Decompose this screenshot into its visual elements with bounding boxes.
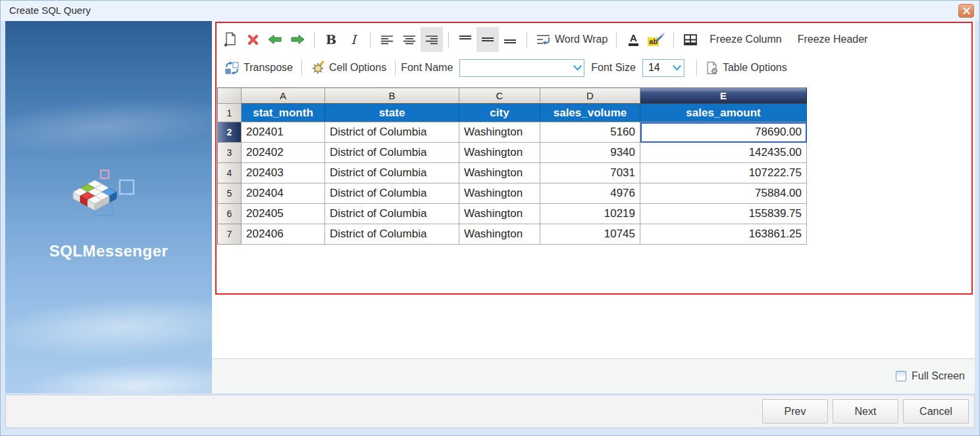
cell-C3[interactable]: Washington <box>459 143 540 163</box>
separator <box>696 60 697 76</box>
transpose-button[interactable]: Transpose <box>219 55 296 80</box>
valign-bottom-icon <box>503 35 517 44</box>
cell-A2[interactable]: 202401 <box>242 122 325 143</box>
word-wrap-label: Word Wrap <box>555 34 607 45</box>
column-header-B[interactable]: B <box>325 87 459 104</box>
cell-C4[interactable]: Washington <box>459 163 540 183</box>
row-header-1[interactable]: 1 <box>217 104 242 122</box>
valign-middle-button[interactable] <box>477 27 499 52</box>
cell-B2[interactable]: District of Columbia <box>325 122 459 143</box>
separator <box>673 32 674 47</box>
move-right-button[interactable] <box>286 27 309 52</box>
delete-button[interactable] <box>242 27 264 52</box>
full-screen-checkbox[interactable] <box>896 371 906 381</box>
cell-B7[interactable]: District of Columbia <box>325 224 459 245</box>
add-sheet-button[interactable] <box>219 27 242 52</box>
delete-icon <box>247 34 259 45</box>
valign-bottom-button[interactable] <box>499 27 521 52</box>
field-header-sales_volume[interactable]: sales_volume <box>540 104 640 122</box>
cell-D2[interactable]: 5160 <box>540 122 640 143</box>
chevron-down-icon <box>571 65 584 71</box>
row-header-2[interactable]: 2 <box>217 122 242 143</box>
toolbar-row-1: B I <box>219 24 969 55</box>
cell-E5[interactable]: 75884.00 <box>640 183 807 204</box>
row-header-3[interactable]: 3 <box>217 143 242 163</box>
branding-panel: SQLMessenger <box>5 21 212 393</box>
freeze-column-button[interactable]: Freeze Column <box>702 27 789 52</box>
cell-D3[interactable]: 9340 <box>540 143 640 163</box>
cell-A5[interactable]: 202404 <box>242 183 325 204</box>
font-name-select[interactable] <box>459 59 584 77</box>
align-left-button[interactable] <box>376 27 398 52</box>
row-header-4[interactable]: 4 <box>217 163 242 183</box>
dialog-button-bar: Prev Next Cancel <box>5 395 975 428</box>
column-header-A[interactable]: A <box>242 87 325 104</box>
close-button[interactable] <box>958 4 974 18</box>
word-wrap-button[interactable]: Word Wrap <box>532 27 611 52</box>
cell-E6[interactable]: 155839.75 <box>640 204 807 224</box>
cell-B4[interactable]: District of Columbia <box>325 163 459 183</box>
table-options-icon <box>706 61 719 75</box>
cell-D6[interactable]: 10219 <box>540 204 640 224</box>
prev-button[interactable]: Prev <box>762 399 828 424</box>
font-size-label: Font Size <box>591 62 636 74</box>
highlight-color-button[interactable]: ab <box>644 27 668 52</box>
cell-C6[interactable]: Washington <box>459 204 540 224</box>
full-screen-label: Full Screen <box>912 370 965 382</box>
column-header-E[interactable]: E <box>640 87 807 104</box>
field-header-stat_month[interactable]: stat_month <box>242 104 325 122</box>
next-button[interactable]: Next <box>833 399 898 424</box>
select-all-corner[interactable] <box>217 87 242 104</box>
separator <box>395 60 396 76</box>
align-right-button[interactable] <box>421 27 443 52</box>
cell-A3[interactable]: 202402 <box>242 143 325 163</box>
align-center-button[interactable] <box>398 27 421 52</box>
cell-E2[interactable]: 78690.00 <box>640 122 807 143</box>
bold-icon: B <box>326 32 336 47</box>
window-title: Create SQL Query <box>9 0 91 21</box>
highlight-color-icon: ab <box>648 33 665 46</box>
separator <box>527 32 527 47</box>
cancel-button[interactable]: Cancel <box>903 399 969 424</box>
cell-C2[interactable]: Washington <box>459 122 540 143</box>
cell-A7[interactable]: 202406 <box>242 224 325 245</box>
cell-B3[interactable]: District of Columbia <box>325 143 459 163</box>
arrow-right-icon <box>290 34 305 45</box>
bold-button[interactable]: B <box>320 27 342 52</box>
column-header-C[interactable]: C <box>459 87 540 104</box>
freeze-header-button[interactable]: Freeze Header <box>790 27 876 52</box>
table-options-button[interactable]: Table Options <box>702 55 790 80</box>
cell-C5[interactable]: Washington <box>459 183 540 204</box>
row-header-7[interactable]: 7 <box>217 224 242 245</box>
font-size-value: 14 <box>648 62 660 74</box>
valign-top-button[interactable] <box>454 27 477 52</box>
cell-E3[interactable]: 142435.00 <box>640 143 807 163</box>
cell-D7[interactable]: 10745 <box>540 224 640 245</box>
freeze-column-label: Freeze Column <box>709 34 781 45</box>
cell-E4[interactable]: 107222.75 <box>640 163 807 183</box>
column-header-D[interactable]: D <box>540 87 640 104</box>
row-header-5[interactable]: 5 <box>217 183 242 204</box>
italic-button[interactable]: I <box>342 27 365 52</box>
move-left-button[interactable] <box>264 27 286 52</box>
cell-B6[interactable]: District of Columbia <box>325 204 459 224</box>
field-header-sales_amount[interactable]: sales_amount <box>640 104 807 122</box>
cell-D4[interactable]: 7031 <box>540 163 640 183</box>
freeze-panes-button[interactable] <box>679 27 702 52</box>
cell-A4[interactable]: 202403 <box>242 163 325 183</box>
full-screen-toggle[interactable]: Full Screen <box>896 359 965 393</box>
cell-A6[interactable]: 202405 <box>242 204 325 224</box>
font-color-button[interactable]: A <box>622 27 644 52</box>
cell-C7[interactable]: Washington <box>459 224 540 245</box>
font-size-select[interactable]: 14 <box>642 59 684 77</box>
cell-B5[interactable]: District of Columbia <box>325 183 459 204</box>
cell-options-button[interactable]: Cell Options <box>307 55 390 80</box>
field-header-state[interactable]: state <box>325 104 459 122</box>
row-header-6[interactable]: 6 <box>217 204 242 224</box>
font-color-icon: A <box>629 34 638 46</box>
align-center-icon <box>403 35 416 45</box>
cell-E7[interactable]: 163861.25 <box>640 224 807 245</box>
cell-D5[interactable]: 4976 <box>540 183 640 204</box>
field-header-city[interactable]: city <box>459 104 540 122</box>
logo-cubes <box>73 180 116 210</box>
